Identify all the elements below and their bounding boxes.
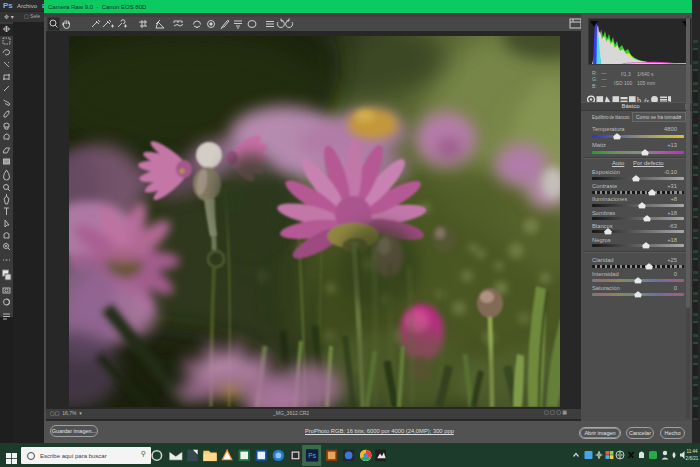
svg-text:Ps: Ps bbox=[308, 452, 316, 459]
